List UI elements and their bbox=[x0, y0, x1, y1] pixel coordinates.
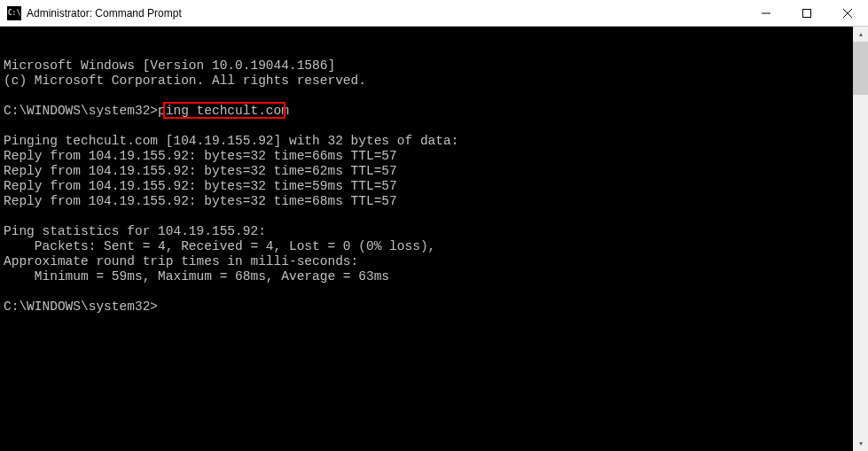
minimize-button[interactable] bbox=[746, 0, 786, 26]
maximize-button[interactable] bbox=[786, 0, 827, 26]
terminal-line bbox=[4, 209, 853, 224]
terminal-line: C:\WINDOWS\system32> bbox=[4, 299, 853, 315]
window-title: Administrator: Command Prompt bbox=[27, 7, 182, 19]
terminal-line bbox=[4, 284, 853, 299]
maximize-icon bbox=[802, 9, 811, 18]
terminal-line: Reply from 104.19.155.92: bytes=32 time=… bbox=[4, 149, 853, 164]
terminal-line: C:\WINDOWS\system32>ping techcult.com bbox=[4, 104, 853, 119]
terminal-line: Packets: Sent = 4, Received = 4, Lost = … bbox=[4, 239, 853, 254]
terminal-line: Pinging techcult.com [104.19.155.92] wit… bbox=[4, 134, 853, 149]
cmd-icon: C:\ bbox=[7, 6, 21, 20]
terminal-line: Reply from 104.19.155.92: bytes=32 time=… bbox=[4, 194, 853, 209]
minimize-icon bbox=[762, 9, 770, 18]
titlebar[interactable]: C:\ Administrator: Command Prompt bbox=[0, 0, 868, 27]
terminal-line bbox=[4, 119, 853, 134]
terminal-line: Minimum = 59ms, Maximum = 68ms, Average … bbox=[4, 269, 853, 284]
terminal-wrap: Microsoft Windows [Version 10.0.19044.15… bbox=[0, 27, 868, 451]
svg-rect-1 bbox=[803, 9, 811, 17]
close-icon bbox=[843, 9, 852, 18]
scroll-thumb[interactable] bbox=[853, 42, 868, 95]
terminal-line bbox=[4, 89, 853, 104]
terminal-line: Approximate round trip times in milli-se… bbox=[4, 254, 853, 269]
vertical-scrollbar[interactable]: ▴ ▾ bbox=[853, 27, 868, 451]
window-controls bbox=[746, 0, 868, 26]
terminal-line: Reply from 104.19.155.92: bytes=32 time=… bbox=[4, 179, 853, 194]
scroll-up-button[interactable]: ▴ bbox=[853, 27, 868, 42]
close-button[interactable] bbox=[827, 0, 868, 26]
terminal-line: (c) Microsoft Corporation. All rights re… bbox=[4, 74, 853, 89]
terminal-line: Ping statistics for 104.19.155.92: bbox=[4, 224, 853, 239]
scroll-down-button[interactable]: ▾ bbox=[853, 436, 868, 451]
terminal-line: Microsoft Windows [Version 10.0.19044.15… bbox=[4, 58, 853, 74]
terminal-output[interactable]: Microsoft Windows [Version 10.0.19044.15… bbox=[0, 27, 853, 451]
terminal-line: Reply from 104.19.155.92: bytes=32 time=… bbox=[4, 164, 853, 179]
titlebar-left: C:\ Administrator: Command Prompt bbox=[0, 6, 182, 20]
